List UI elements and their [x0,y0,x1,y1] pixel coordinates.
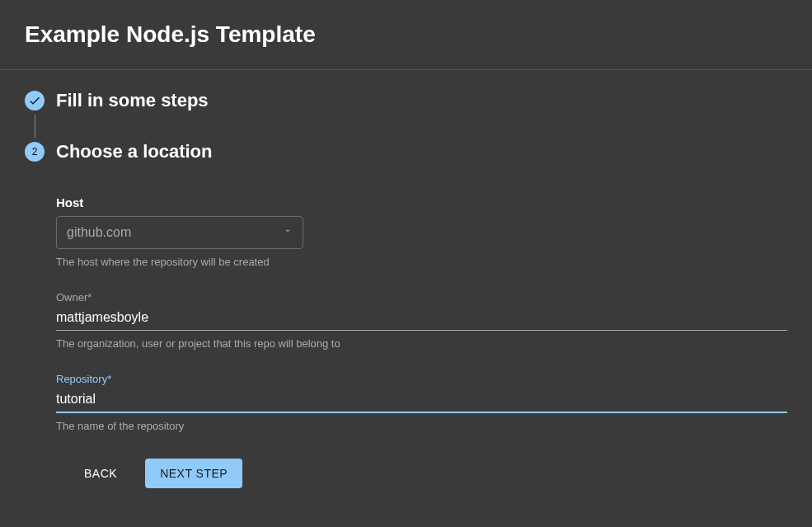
back-button[interactable]: BACK [69,459,132,488]
repository-field: Repository* The name of the repository [56,373,787,432]
repository-label: Repository* [56,373,787,385]
check-icon [25,91,45,111]
owner-input[interactable] [56,307,787,331]
step-1-title: Fill in some steps [56,90,209,111]
owner-label: Owner* [56,291,787,303]
stepper: Fill in some steps 2 Choose a location H… [25,90,787,488]
owner-field: Owner* The organization, user or project… [56,291,787,350]
page-title: Example Node.js Template [25,21,787,48]
next-step-button[interactable]: NEXT STEP [145,459,242,488]
step-1: Fill in some steps [25,90,787,111]
repository-helper: The name of the repository [56,420,787,432]
page-header: Example Node.js Template [0,0,812,70]
step-connector [35,115,35,138]
host-label: Host [56,195,787,209]
host-helper: The host where the repository will be cr… [56,256,787,268]
owner-helper: The organization, user or project that t… [56,337,787,350]
repository-input[interactable] [56,388,787,413]
host-select[interactable]: github.com [56,216,303,249]
button-row: BACK NEXT STEP [56,459,787,488]
step-2-title: Choose a location [56,141,212,162]
host-field: Host github.com The host where the repos… [56,195,787,268]
step-2: 2 Choose a location [25,141,787,162]
step-2-indicator: 2 [25,142,45,162]
